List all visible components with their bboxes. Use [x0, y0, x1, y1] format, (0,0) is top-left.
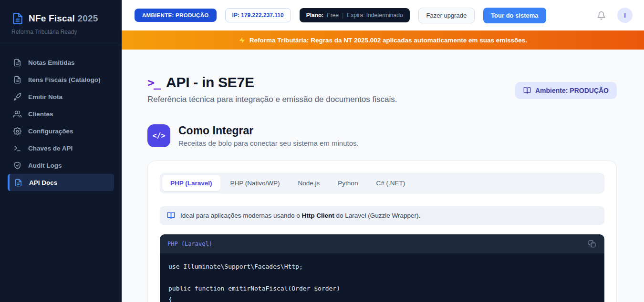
book-icon: [167, 211, 175, 220]
code-line: [168, 272, 596, 283]
copy-code-button[interactable]: [587, 239, 597, 249]
lightning-icon: [239, 37, 246, 44]
topbar: AMBIENTE: PRODUÇÃO IP: 179.222.237.110 P…: [122, 0, 644, 30]
plan-expiry: Expira: Indeterminado: [347, 12, 403, 19]
file-icon: [14, 179, 22, 187]
callout-text: Ideal para aplicações modernas usando o …: [180, 212, 420, 219]
app-title: NFe Fiscal 2025: [29, 13, 98, 24]
tab-php-nativo-wp[interactable]: PHP (Nativo/WP): [222, 175, 288, 191]
file-icon: [13, 59, 21, 67]
page-subtitle: Referência técnica para integração e emi…: [147, 95, 397, 104]
shield-icon: [13, 161, 21, 170]
sidebar-item-audit-logs[interactable]: Audit Logs: [8, 157, 114, 174]
terminal-prompt-icon: >_: [147, 76, 160, 90]
tab-python[interactable]: Python: [330, 175, 366, 191]
sidebar-item-emitir-nota[interactable]: Emitir Nota: [8, 88, 114, 105]
notifications-bell-icon[interactable]: [597, 11, 606, 20]
info-callout: Ideal para aplicações modernas usando o …: [160, 206, 604, 225]
code-body: use Illuminate\Support\Facades\Http; pub…: [160, 253, 604, 302]
app-root: NFe Fiscal 2025 Reforma Tributária Ready…: [0, 0, 644, 302]
tab-php-laravel[interactable]: PHP (Laravel): [162, 175, 220, 191]
sidebar-item-itens-fiscais[interactable]: Itens Fiscais (Catálogo): [8, 71, 114, 88]
integration-section-header: </> Como Integrar Receitas de bolo para …: [147, 124, 617, 147]
code-line: use Illuminate\Support\Facades\Http;: [168, 261, 596, 272]
section-subtitle: Receitas de bolo para conectar seu siste…: [178, 139, 359, 147]
environment-badge: AMBIENTE: PRODUÇÃO: [135, 9, 217, 22]
tour-button[interactable]: Tour do sistema: [483, 8, 546, 23]
plan-label: Plano:: [306, 12, 324, 19]
sidebar-item-configuracoes[interactable]: Configurações: [8, 122, 114, 140]
tab-csharp-net[interactable]: C# (.NET): [368, 175, 413, 191]
copy-icon: [588, 240, 596, 248]
page-content: >_ API - in SE7E Referência técnica para…: [122, 50, 644, 302]
sidebar: NFe Fiscal 2025 Reforma Tributária Ready…: [0, 0, 122, 302]
terminal-icon: [13, 144, 21, 152]
code-block: PHP (Laravel) use Illuminate\Support\Fac…: [160, 234, 604, 302]
page-header: >_ API - in SE7E Referência técnica para…: [147, 74, 617, 104]
sidebar-item-api-docs[interactable]: API Docs: [8, 174, 114, 191]
banner-text: Reforma Tributária: Regras da NT 2025.00…: [249, 37, 527, 44]
plan-badge: Plano: Free | Expira: Indeterminado: [300, 8, 410, 22]
catalog-icon: [13, 76, 21, 84]
code-block-header: PHP (Laravel): [160, 234, 604, 253]
users-icon: [13, 110, 21, 118]
app-logo-icon: [11, 12, 24, 25]
sidebar-item-chaves-de-api[interactable]: Chaves de API: [8, 140, 114, 157]
sidebar-nav: Notas Emitidas Itens Fiscais (Catálogo) …: [0, 45, 122, 200]
sidebar-item-clientes[interactable]: Clientes: [8, 105, 114, 122]
sidebar-item-notas-emitidas[interactable]: Notas Emitidas: [8, 54, 114, 71]
code-line: public function emitirNotaFiscal(Order $…: [168, 283, 596, 294]
app-subtitle: Reforma Tributária Ready: [11, 29, 110, 35]
language-tabs: PHP (Laravel) PHP (Nativo/WP) Node.js Py…: [160, 173, 604, 193]
plan-value: Free: [327, 12, 339, 19]
announcement-banner: Reforma Tributária: Regras da NT 2025.00…: [122, 30, 644, 50]
plan-separator: |: [342, 12, 343, 19]
sidebar-header: NFe Fiscal 2025 Reforma Tributária Ready: [0, 0, 122, 45]
book-icon: [523, 87, 531, 94]
tab-nodejs[interactable]: Node.js: [290, 175, 328, 191]
section-title: Como Integrar: [178, 124, 359, 137]
code-icon: </>: [147, 124, 170, 147]
main-area: AMBIENTE: PRODUÇÃO IP: 179.222.237.110 P…: [122, 0, 644, 302]
gear-icon: [13, 127, 21, 135]
user-avatar[interactable]: i: [617, 8, 633, 23]
code-block-title: PHP (Laravel): [167, 241, 212, 247]
upgrade-button[interactable]: Fazer upgrade: [418, 8, 475, 23]
ip-badge: IP: 179.222.237.110: [225, 8, 291, 22]
code-line: {: [168, 294, 596, 302]
rocket-icon: [13, 93, 21, 101]
environment-button[interactable]: Ambiente: PRODUÇÃO: [515, 82, 617, 99]
page-title: API - in SE7E: [166, 74, 254, 91]
integration-card: PHP (Laravel) PHP (Nativo/WP) Node.js Py…: [147, 161, 617, 302]
